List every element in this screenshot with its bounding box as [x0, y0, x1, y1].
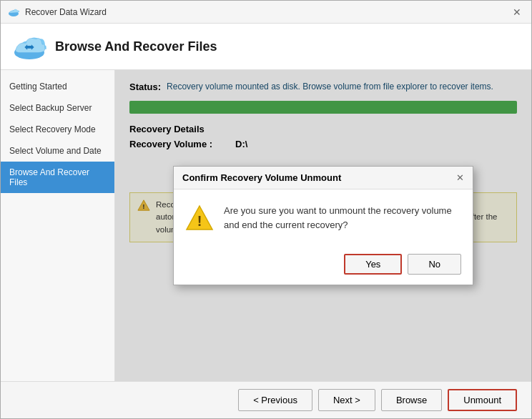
- dialog-yes-button[interactable]: Yes: [344, 254, 402, 275]
- app-icon: [8, 6, 19, 18]
- header-icon: [12, 32, 46, 61]
- next-button[interactable]: Next >: [318, 389, 375, 411]
- sidebar-item-getting-started[interactable]: Getting Started: [1, 76, 114, 97]
- content-area: Status: Recovery volume mounted as disk.…: [115, 70, 531, 381]
- sidebar-item-select-recovery-mode[interactable]: Select Recovery Mode: [1, 119, 114, 140]
- previous-button[interactable]: < Previous: [238, 389, 312, 411]
- wizard-footer: < Previous Next > Browse Unmount: [1, 381, 531, 418]
- main-content: Getting Started Select Backup Server Sel…: [1, 70, 531, 381]
- dialog-body: ! Are you sure you want to unmount the r…: [174, 189, 473, 247]
- dialog-overlay: Confirm Recovery Volume Unmount ✕ ! Are …: [115, 70, 531, 381]
- page-title: Browse And Recover Files: [55, 39, 217, 54]
- sidebar-item-select-volume-date[interactable]: Select Volume and Date: [1, 140, 114, 162]
- svg-text:!: !: [197, 213, 202, 229]
- title-bar: Recover Data Wizard ✕: [1, 1, 531, 24]
- main-window: Recover Data Wizard ✕ Browse And Recover…: [0, 0, 532, 419]
- title-bar-left: Recover Data Wizard: [8, 6, 107, 18]
- wizard-header: Browse And Recover Files: [1, 24, 531, 70]
- confirm-dialog: Confirm Recovery Volume Unmount ✕ ! Are …: [173, 166, 473, 285]
- sidebar-item-select-backup-server[interactable]: Select Backup Server: [1, 97, 114, 119]
- unmount-button[interactable]: Unmount: [448, 389, 517, 411]
- window-title: Recover Data Wizard: [25, 7, 107, 17]
- dialog-title: Confirm Recovery Volume Unmount: [182, 172, 341, 183]
- dialog-footer: Yes No: [174, 247, 473, 285]
- window-close-button[interactable]: ✕: [510, 5, 524, 19]
- sidebar: Getting Started Select Backup Server Sel…: [1, 70, 115, 381]
- dialog-warning-icon: !: [185, 204, 214, 232]
- dialog-titlebar: Confirm Recovery Volume Unmount ✕: [174, 167, 473, 189]
- dialog-message: Are you sure you want to unmount the rec…: [224, 204, 461, 232]
- sidebar-item-browse-recover-files[interactable]: Browse And Recover Files: [1, 162, 114, 193]
- dialog-no-button[interactable]: No: [408, 254, 461, 275]
- dialog-close-button[interactable]: ✕: [456, 172, 464, 183]
- browse-button[interactable]: Browse: [381, 389, 442, 411]
